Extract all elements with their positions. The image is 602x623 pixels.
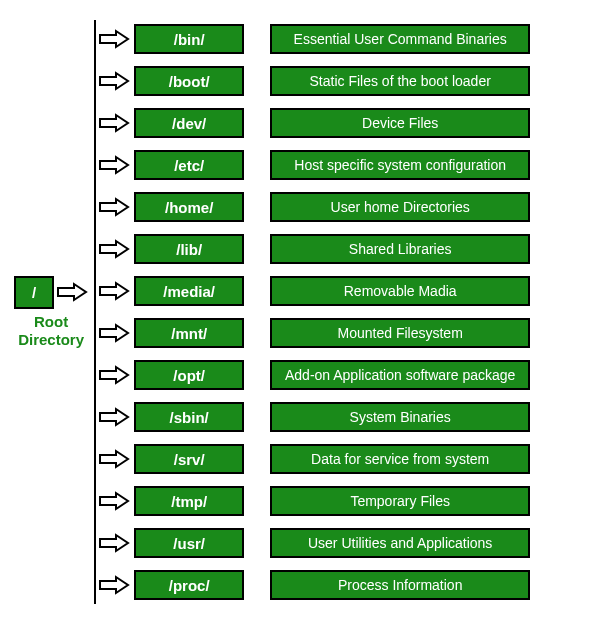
directory-row: /usr/User Utilities and Applications xyxy=(96,528,530,558)
directory-row: /srv/Data for service from system xyxy=(96,444,530,474)
directory-name-box: /lib/ xyxy=(134,234,244,264)
directory-description-box: Removable Madia xyxy=(270,276,530,306)
svg-marker-11 xyxy=(100,451,128,467)
directory-name-box: /proc/ xyxy=(134,570,244,600)
directory-description-box: Device Files xyxy=(270,108,530,138)
svg-marker-0 xyxy=(58,284,86,300)
directory-name-box: /home/ xyxy=(134,192,244,222)
root-row: / xyxy=(14,276,88,309)
directory-row: /proc/Process Information xyxy=(96,570,530,600)
directory-row: /media/Removable Madia xyxy=(96,276,530,306)
arrow-right-icon xyxy=(96,113,130,133)
directory-name-box: /opt/ xyxy=(134,360,244,390)
directory-description-box: Static Files of the boot loader xyxy=(270,66,530,96)
directory-rows: /bin/Essential User Command Binaries/boo… xyxy=(96,20,530,604)
directory-name-box: /boot/ xyxy=(134,66,244,96)
directory-row: /etc/Host specific system configuration xyxy=(96,150,530,180)
directory-name-box: /bin/ xyxy=(134,24,244,54)
arrow-right-icon xyxy=(96,239,130,259)
svg-marker-8 xyxy=(100,325,128,341)
svg-marker-12 xyxy=(100,493,128,509)
svg-marker-1 xyxy=(100,31,128,47)
directory-row: /lib/Shared Libraries xyxy=(96,234,530,264)
directory-row: /bin/Essential User Command Binaries xyxy=(96,24,530,54)
root-column: / Root Directory xyxy=(14,276,88,349)
directory-name-box: /tmp/ xyxy=(134,486,244,516)
filesystem-hierarchy-diagram: / Root Directory /bin/Essential User Com… xyxy=(14,20,588,604)
directory-description-box: Shared Libraries xyxy=(270,234,530,264)
svg-marker-4 xyxy=(100,157,128,173)
arrow-right-icon xyxy=(96,533,130,553)
directory-description-box: Add-on Application software package xyxy=(270,360,530,390)
directory-description-box: Data for service from system xyxy=(270,444,530,474)
arrow-right-icon xyxy=(96,449,130,469)
directory-name-box: /usr/ xyxy=(134,528,244,558)
directory-row: /tmp/Temporary Files xyxy=(96,486,530,516)
directory-name-box: /sbin/ xyxy=(134,402,244,432)
directory-description-box: User Utilities and Applications xyxy=(270,528,530,558)
svg-marker-7 xyxy=(100,283,128,299)
arrow-right-icon xyxy=(96,197,130,217)
directory-row: /dev/Device Files xyxy=(96,108,530,138)
arrow-right-icon xyxy=(96,155,130,175)
root-label-line1: Root xyxy=(34,313,68,330)
directory-description-box: Temporary Files xyxy=(270,486,530,516)
svg-marker-6 xyxy=(100,241,128,257)
directory-row: /opt/Add-on Application software package xyxy=(96,360,530,390)
directory-description-box: Mounted Filesystem xyxy=(270,318,530,348)
arrow-right-icon xyxy=(96,71,130,91)
directory-name-box: /etc/ xyxy=(134,150,244,180)
arrow-right-icon xyxy=(96,323,130,343)
svg-marker-9 xyxy=(100,367,128,383)
arrow-right-icon xyxy=(96,29,130,49)
directory-row: /home/User home Directories xyxy=(96,192,530,222)
directory-row: /mnt/Mounted Filesystem xyxy=(96,318,530,348)
root-box: / xyxy=(14,276,54,309)
root-label: Root Directory xyxy=(18,313,84,349)
svg-marker-2 xyxy=(100,73,128,89)
directory-description-box: System Binaries xyxy=(270,402,530,432)
directory-name-box: /dev/ xyxy=(134,108,244,138)
directory-name-box: /media/ xyxy=(134,276,244,306)
root-label-line2: Directory xyxy=(18,331,84,348)
svg-marker-14 xyxy=(100,577,128,593)
arrow-right-icon xyxy=(96,575,130,595)
directory-description-box: User home Directories xyxy=(270,192,530,222)
arrow-right-icon xyxy=(96,407,130,427)
directory-description-box: Host specific system configuration xyxy=(270,150,530,180)
directory-row: /sbin/System Binaries xyxy=(96,402,530,432)
directory-description-box: Process Information xyxy=(270,570,530,600)
arrow-right-icon xyxy=(96,281,130,301)
svg-marker-13 xyxy=(100,535,128,551)
svg-marker-3 xyxy=(100,115,128,131)
arrow-right-icon xyxy=(96,365,130,385)
arrow-right-icon xyxy=(54,282,88,302)
directory-description-box: Essential User Command Binaries xyxy=(270,24,530,54)
directory-name-box: /mnt/ xyxy=(134,318,244,348)
svg-marker-5 xyxy=(100,199,128,215)
directory-row: /boot/Static Files of the boot loader xyxy=(96,66,530,96)
svg-marker-10 xyxy=(100,409,128,425)
directory-name-box: /srv/ xyxy=(134,444,244,474)
arrow-right-icon xyxy=(96,491,130,511)
